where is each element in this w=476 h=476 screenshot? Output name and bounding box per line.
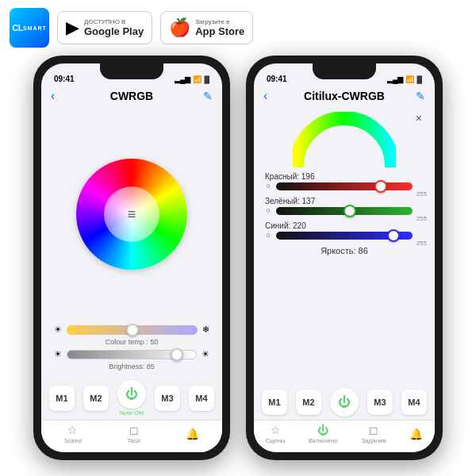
red-track[interactable] — [276, 182, 413, 190]
nav-power-right[interactable]: ⏻ Включено — [309, 424, 338, 444]
task-icon-left: ◻ — [129, 424, 139, 436]
red-thumb[interactable] — [374, 180, 387, 193]
app-title-left: CWRGB — [110, 90, 153, 102]
brightness-row-right: Яркость: 86 — [265, 246, 424, 255]
scene-label-right: Сцены — [266, 437, 286, 444]
alarm-icon-right: 🔔 — [409, 428, 423, 440]
m1-button-right[interactable]: M1 — [262, 390, 287, 415]
blue-track[interactable] — [276, 232, 413, 240]
color-temp-thumb[interactable] — [126, 324, 139, 336]
green-max: 255 — [416, 215, 427, 222]
color-temp-label: Colour temp : 50 — [54, 338, 209, 346]
phone-notch-left — [100, 63, 163, 79]
task-icon-right: ◻ — [369, 424, 378, 436]
color-wheel[interactable]: ≡ — [76, 159, 187, 270]
blue-row: Синий: 220 0 255 — [265, 221, 424, 240]
alarm-icon-left: 🔔 — [186, 428, 199, 440]
brightness-track-left[interactable] — [67, 350, 197, 359]
green-row: Зелёный: 137 0 255 — [265, 197, 424, 215]
phones-area: 09:41 ▂▄▆ 📶 ▓ ‹ CWRGB ✎ ≡ — [0, 56, 476, 472]
nav-scene-left[interactable]: ☆ Scene — [64, 424, 83, 444]
power-button-left[interactable]: ⏻ — [117, 380, 146, 409]
phone-right: 09:41 ▂▄▆ 📶 ▓ ‹ Citilux-CWRGB ✎ — [246, 56, 443, 460]
google-play-name: Google Play — [84, 25, 144, 37]
green-track[interactable] — [276, 207, 413, 215]
m4-button-left[interactable]: M4 — [189, 386, 214, 411]
blue-thumb[interactable] — [387, 229, 400, 242]
power-button-right[interactable]: ⏻ — [330, 388, 359, 416]
phone-left: 09:41 ▂▄▆ 📶 ▓ ‹ CWRGB ✎ ≡ — [33, 56, 230, 460]
screen-left: 09:41 ▂▄▆ 📶 ▓ ‹ CWRGB ✎ ≡ — [41, 63, 222, 452]
app-store-small: Загрузите в — [195, 18, 244, 25]
google-play-icon: ▶ — [66, 17, 79, 38]
google-play-badge[interactable]: ▶ ДОСТУПНО В Google Play — [57, 11, 152, 44]
m2-button-left[interactable]: M2 — [83, 386, 109, 411]
back-button-left[interactable]: ‹ — [51, 89, 55, 103]
power-center-right: ⏻ — [330, 388, 359, 416]
wifi-left: 📶 — [193, 75, 202, 83]
blue-min: 0 — [267, 232, 270, 239]
red-max: 255 — [416, 190, 427, 198]
brightness-high-icon: ☀ — [202, 349, 209, 359]
nav-scene-right[interactable]: ☆ Сцены — [266, 424, 286, 444]
blue-track-wrap: 0 255 — [276, 232, 413, 240]
m3-button-left[interactable]: M3 — [155, 386, 180, 411]
nav-task-right[interactable]: ◻ Задания — [361, 424, 386, 444]
app-store-badge[interactable]: 🍎 Загрузите в App Store — [160, 11, 253, 44]
blue-label: Синий: 220 — [265, 221, 306, 230]
nav-alarm-left[interactable]: 🔔 — [186, 428, 199, 440]
app-header-right: ‹ Citilux-CWRGB ✎ — [254, 86, 435, 106]
time-left: 09:41 — [54, 75, 75, 83]
cool-icon: ❄ — [202, 324, 209, 335]
scene-label-left: Scene — [64, 437, 83, 444]
green-thumb[interactable] — [344, 205, 356, 217]
screen-right: 09:41 ▂▄▆ 📶 ▓ ‹ Citilux-CWRGB ✎ — [254, 63, 435, 452]
m4-button-right[interactable]: M4 — [401, 390, 427, 415]
edit-button-right[interactable]: ✎ — [416, 90, 425, 102]
google-play-small: ДОСТУПНО В — [84, 18, 144, 25]
app-header-left: ‹ CWRGB ✎ — [41, 86, 222, 106]
sliders-section-left: ☀ ❄ Colour temp : 50 ☀ ☀ Brightness: 85 — [41, 323, 222, 375]
phone-notch-right — [313, 63, 376, 79]
nav-task-left[interactable]: ◻ Task — [128, 424, 140, 444]
rgb-sliders: Красный: 196 0 255 Зелёный: 137 — [254, 171, 435, 383]
apple-icon: 🍎 — [169, 17, 190, 38]
brightness-label-left: Brightness: 85 — [54, 363, 209, 370]
badge-bar: CLSMART ▶ ДОСТУПНО В Google Play 🍎 Загру… — [0, 0, 476, 56]
brightness-label-right: Яркость: 86 — [265, 246, 424, 255]
button-row-right: M1 M2 ⏻ M3 M4 — [254, 383, 435, 420]
nav-alarm-right[interactable]: 🔔 — [409, 428, 423, 440]
signal-right: ▂▄▆ — [387, 75, 403, 83]
m1-button-left[interactable]: M1 — [49, 386, 75, 411]
slider-center-icon: ≡ — [128, 206, 136, 223]
m3-button-right[interactable]: M3 — [367, 390, 393, 415]
task-label-right: Задания — [361, 437, 386, 444]
red-label: Красный: 196 — [265, 172, 315, 181]
power-nav-icon-right: ⏻ — [317, 424, 328, 436]
green-min: 0 — [267, 207, 270, 214]
scene-icon-left: ☆ — [67, 424, 78, 436]
color-wheel-area: ≡ — [41, 106, 222, 323]
wifi-right: 📶 — [405, 75, 414, 83]
back-button-right[interactable]: ‹ — [263, 89, 267, 103]
color-temp-row: ☀ ❄ — [54, 324, 209, 335]
color-temp-track[interactable] — [67, 325, 198, 335]
m2-button-right[interactable]: M2 — [296, 390, 321, 415]
power-nav-label-right: Включено — [309, 437, 338, 444]
edit-button-left[interactable]: ✎ — [203, 90, 213, 102]
green-label: Зелёный: 137 — [265, 197, 315, 205]
half-color-wheel[interactable] — [293, 112, 396, 167]
red-track-wrap: 0 255 — [276, 182, 413, 190]
blue-max: 255 — [416, 240, 427, 247]
app-title-right: Citilux-CWRGB — [304, 90, 385, 102]
brightness-thumb-left[interactable] — [171, 348, 183, 361]
app-store-name: App Store — [195, 25, 244, 37]
red-row: Красный: 196 0 255 — [265, 172, 424, 190]
power-label-left: Now ON — [120, 409, 144, 416]
red-min: 0 — [267, 182, 270, 190]
brightness-low-icon: ☀ — [54, 349, 62, 359]
close-button-right[interactable]: × — [416, 112, 422, 125]
warm-icon: ☀ — [54, 324, 62, 335]
button-row-left: M1 M2 ⏻ Now ON M3 M4 — [41, 375, 222, 420]
signal-left: ▂▄▆ — [175, 75, 190, 83]
